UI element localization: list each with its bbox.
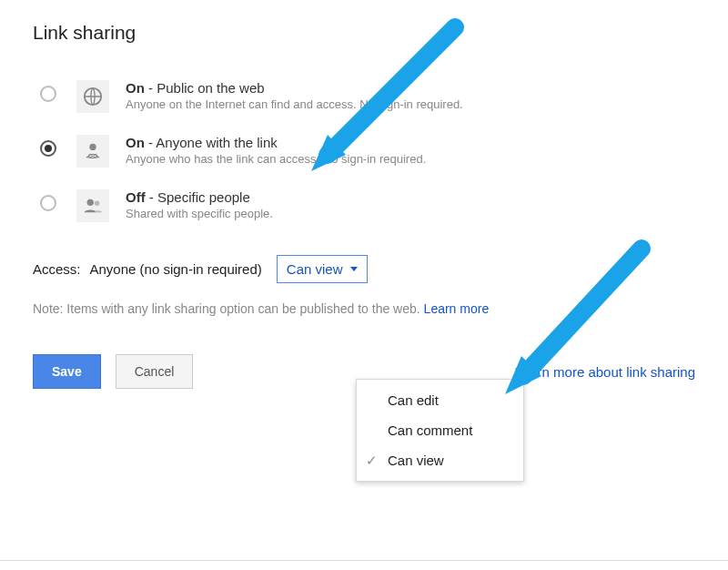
access-dropdown-selected: Can view bbox=[287, 261, 343, 277]
access-label: Access: bbox=[33, 261, 81, 277]
option-sub: Anyone on the Internet can find and acce… bbox=[126, 97, 695, 111]
cancel-button[interactable]: Cancel bbox=[116, 354, 194, 389]
option-sub: Shared with specific people. bbox=[126, 207, 695, 220]
svg-point-6 bbox=[87, 199, 94, 206]
option-status: On bbox=[126, 135, 145, 150]
access-dropdown-button[interactable]: Can view bbox=[277, 255, 368, 283]
person-link-icon bbox=[76, 135, 109, 168]
access-who: Anyone (no sign-in required) bbox=[90, 261, 262, 277]
save-button[interactable]: Save bbox=[33, 354, 101, 389]
dropdown-item-label: Can comment bbox=[388, 422, 472, 438]
access-dropdown-menu: Can edit Can comment ✓ Can view bbox=[356, 379, 524, 482]
caret-down-icon bbox=[350, 267, 358, 271]
option-label: Public on the web bbox=[157, 80, 264, 96]
radio-anyone-link[interactable] bbox=[40, 140, 56, 157]
dropdown-item-can-edit[interactable]: Can edit bbox=[357, 385, 523, 415]
learn-more-link[interactable]: Learn more bbox=[424, 301, 490, 316]
sharing-options: On - Public on the web Anyone on the Int… bbox=[40, 80, 695, 222]
check-icon: ✓ bbox=[366, 453, 378, 469]
radio-public-web[interactable] bbox=[40, 86, 56, 102]
globe-icon bbox=[76, 80, 109, 113]
note-text: Note: Items with any link sharing option… bbox=[33, 301, 424, 316]
dropdown-item-label: Can view bbox=[388, 453, 444, 468]
option-public-web[interactable]: On - Public on the web Anyone on the Int… bbox=[40, 80, 695, 113]
svg-point-1 bbox=[89, 144, 96, 150]
page-title: Link sharing bbox=[33, 22, 695, 44]
option-label: Specific people bbox=[157, 189, 250, 205]
option-specific-people[interactable]: Off - Specific people Shared with specif… bbox=[40, 189, 695, 222]
dropdown-item-can-comment[interactable]: Can comment bbox=[357, 415, 523, 445]
note-row: Note: Items with any link sharing option… bbox=[33, 301, 695, 316]
svg-point-7 bbox=[95, 201, 100, 207]
option-label: Anyone with the link bbox=[156, 135, 277, 150]
option-anyone-link[interactable]: On - Anyone with the link Anyone who has… bbox=[40, 135, 695, 168]
option-text: On - Public on the web Anyone on the Int… bbox=[126, 80, 695, 111]
option-status: On bbox=[126, 80, 145, 96]
option-sub: Anyone who has the link can access. No s… bbox=[126, 152, 695, 166]
radio-specific-people[interactable] bbox=[40, 195, 56, 211]
dropdown-item-can-view[interactable]: ✓ Can view bbox=[357, 445, 523, 475]
option-text: On - Anyone with the link Anyone who has… bbox=[126, 135, 695, 166]
dropdown-item-label: Can edit bbox=[388, 392, 439, 408]
people-icon bbox=[76, 189, 109, 222]
about-link-sharing-link[interactable]: Learn more about link sharing bbox=[515, 364, 695, 380]
option-status: Off bbox=[126, 189, 146, 205]
option-text: Off - Specific people Shared with specif… bbox=[126, 189, 695, 220]
bottom-divider bbox=[0, 560, 728, 561]
access-row: Access: Anyone (no sign-in required) Can… bbox=[33, 255, 695, 283]
